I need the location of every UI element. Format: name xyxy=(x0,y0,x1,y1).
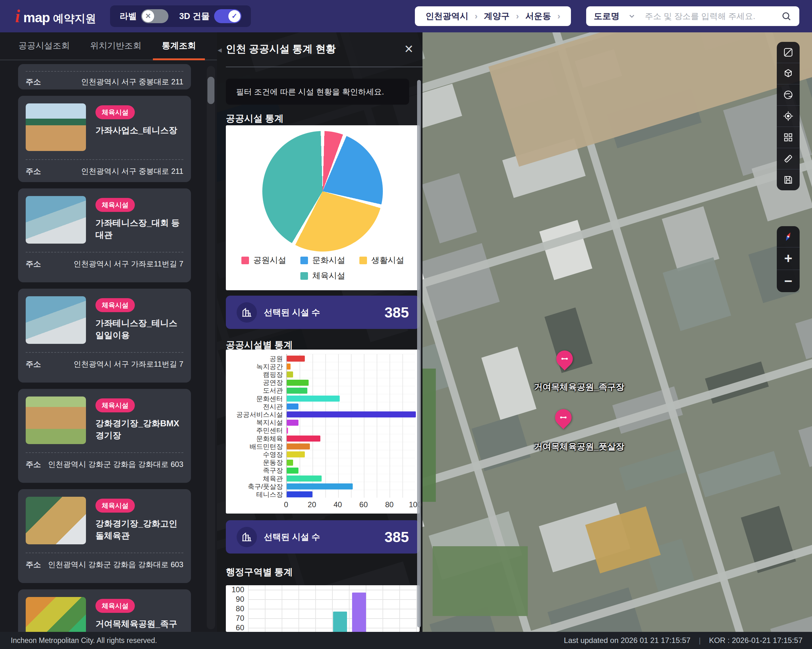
card-divider xyxy=(26,452,183,453)
compass-icon[interactable] xyxy=(777,226,800,247)
y-tick-label: 100 xyxy=(232,585,244,594)
selected-count-label: 선택된 시설 수 xyxy=(264,531,385,543)
building-icon xyxy=(237,527,257,547)
breadcrumb-item[interactable]: 서운동 xyxy=(525,11,551,22)
toggle-switch[interactable]: ✓ xyxy=(214,9,241,23)
bar-category-label: 테니스장 xyxy=(226,490,286,499)
logo-i-icon: i xyxy=(15,6,20,26)
bar-row: 도서관 xyxy=(226,387,415,395)
map-option-toggles: 라벨 ✕3D 건물 ✓ xyxy=(110,5,251,27)
globe-icon[interactable] xyxy=(777,84,800,105)
facility-card-partial[interactable]: 주소 인천광역시 서구 중봉대로 211 xyxy=(18,64,191,89)
gps-target-icon[interactable] xyxy=(777,105,800,127)
bar-row: 체육관 xyxy=(226,475,415,483)
facility-pin-label[interactable]: 거여목체육공원_풋살장 xyxy=(534,441,624,452)
y-tick-label: 90 xyxy=(236,595,244,604)
facility-photo xyxy=(26,296,86,344)
facility-card[interactable]: 체육시설 가좌테니스장_테니스 일일이용 주소 인천광역시 서구 가좌로11번길… xyxy=(18,289,191,383)
top-header: i map 예약지원 라벨 ✕3D 건물 ✓ 인천광역시›계양구›서운동› 도로… xyxy=(0,0,812,32)
bar-category-label: 주민센터 xyxy=(226,426,286,435)
bar-row: 문화체육 xyxy=(226,435,415,443)
address-value: 인천광역시 서구 중봉대로 211 xyxy=(81,166,183,176)
capture-area-icon[interactable] xyxy=(777,42,800,63)
save-icon[interactable] xyxy=(777,170,800,190)
bar xyxy=(287,363,290,370)
zoom-out-button[interactable]: − xyxy=(777,270,800,292)
breadcrumb-separator: › xyxy=(475,11,478,21)
bar xyxy=(287,403,298,409)
bar xyxy=(287,371,293,377)
facility-card[interactable]: 체육시설 강화경기장_강화BMX경기장 주소 인천광역시 강화군 강화읍 강화대… xyxy=(18,389,191,483)
district-bar xyxy=(352,592,366,632)
bar-category-label: 체육관 xyxy=(226,474,286,483)
tab-통계조회[interactable]: 통계조회 xyxy=(153,40,205,60)
panel-scrollbar-thumb[interactable] xyxy=(417,80,421,628)
search-category-dropdown[interactable]: 도로명 xyxy=(594,11,620,22)
facility-type-badge: 체육시설 xyxy=(95,105,135,119)
collapse-panel-button[interactable]: ◂ xyxy=(218,45,222,55)
legend-item: 체육시설 xyxy=(301,270,345,281)
close-icon[interactable]: ✕ xyxy=(404,43,414,55)
toggle-labels[interactable]: 라벨 ✕ xyxy=(120,9,168,23)
facility-card[interactable]: 체육시설 강화경기장_강화고인돌체육관 주소 인천광역시 강화군 강화읍 강화대… xyxy=(18,489,191,583)
bar xyxy=(287,467,298,473)
bar xyxy=(287,428,288,434)
facility-name: 강화경기장_강화BMX경기장 xyxy=(95,417,184,441)
toggle-switch[interactable]: ✕ xyxy=(141,9,168,23)
tab-공공시설조회[interactable]: 공공시설조회 xyxy=(9,40,79,60)
breadcrumb-item[interactable]: 인천광역시 xyxy=(426,11,469,22)
gridline: 100 xyxy=(248,590,417,590)
breadcrumb-separator: › xyxy=(516,11,519,21)
district-chart-plot: 10090807060 xyxy=(248,585,417,632)
card-divider xyxy=(26,252,183,252)
address-label: 주소 xyxy=(26,459,41,469)
footer-bar: Incheon Metropolitan City. All rights re… xyxy=(0,632,812,649)
facility-photo xyxy=(26,397,86,444)
bar-row: 공원 xyxy=(226,355,415,363)
bar xyxy=(287,435,321,441)
zoom-in-button[interactable]: + xyxy=(777,247,800,270)
legend-label: 생활시설 xyxy=(371,255,404,266)
facility-card[interactable]: 체육시설 가좌테니스장_대회 등 대관 주소 인천광역시 서구 가좌로11번길 … xyxy=(18,188,191,282)
app-logo[interactable]: i map 예약지원 xyxy=(15,6,96,26)
cube-3d-icon[interactable] xyxy=(777,63,800,84)
bar xyxy=(287,451,305,457)
ruler-icon[interactable] xyxy=(777,148,800,170)
search-input[interactable] xyxy=(644,11,781,21)
statistics-panel: ◂ 인천 공공시설 통계 현황 ✕ 필터 조건에 따른 시설 현황을 확인하세요… xyxy=(217,32,423,632)
legend-item: 생활시설 xyxy=(359,255,404,266)
copyright-text: Incheon Metropolitan City. All rights re… xyxy=(11,636,564,645)
bar-row: 공공서비스시설 xyxy=(226,411,415,418)
toggle-3d-buildings[interactable]: 3D 건물 ✓ xyxy=(179,9,241,23)
facility-card[interactable]: 체육시설 거여목체육공원_족구장 xyxy=(18,589,191,632)
legend-label: 공원시설 xyxy=(253,255,286,266)
card-divider xyxy=(26,71,183,72)
legend-label: 문화시설 xyxy=(313,255,345,266)
sidebar-scrollbar-thumb[interactable] xyxy=(208,77,214,104)
facility-pin-label[interactable]: 거여목체육공원_족구장 xyxy=(534,381,624,393)
address-label: 주소 xyxy=(26,359,41,369)
grid-layers-icon[interactable] xyxy=(777,127,800,148)
bar-category-label: 공연장 xyxy=(226,378,286,387)
check-icon: ✓ xyxy=(228,10,240,22)
tab-위치기반조회[interactable]: 위치기반조회 xyxy=(81,40,150,60)
address-value: 인천광역시 강화군 강화읍 강화대로 603 xyxy=(48,459,183,469)
pie-legend: 공원시설문화시설생활시설체육시설 xyxy=(226,255,420,281)
breadcrumb-item[interactable]: 계양구 xyxy=(484,11,510,22)
search-bar: 도로명 xyxy=(586,6,799,26)
chevron-down-icon[interactable] xyxy=(628,12,636,20)
toggle-label: 3D 건물 xyxy=(179,11,210,22)
bar-category-label: 전시관 xyxy=(226,402,286,411)
logo-suffix: 예약지원 xyxy=(53,11,96,26)
legend-item: 문화시설 xyxy=(301,255,345,266)
facility-type-badge: 체육시설 xyxy=(95,198,135,212)
y-tick-label: 80 xyxy=(236,604,244,613)
bar-category-label: 녹지공간 xyxy=(226,362,286,371)
address-value: 인천광역시 서구 중봉대로 211 xyxy=(81,77,183,87)
facility-card[interactable]: 체육시설 가좌사업소_테니스장 주소 인천광역시 서구 중봉대로 211 xyxy=(18,96,191,182)
legend-swatch xyxy=(241,257,249,264)
search-icon[interactable] xyxy=(781,11,792,21)
bar-row: 공연장 xyxy=(226,379,415,387)
gridline: 90 xyxy=(248,599,417,600)
bar-row: 녹지공간 xyxy=(226,363,415,371)
